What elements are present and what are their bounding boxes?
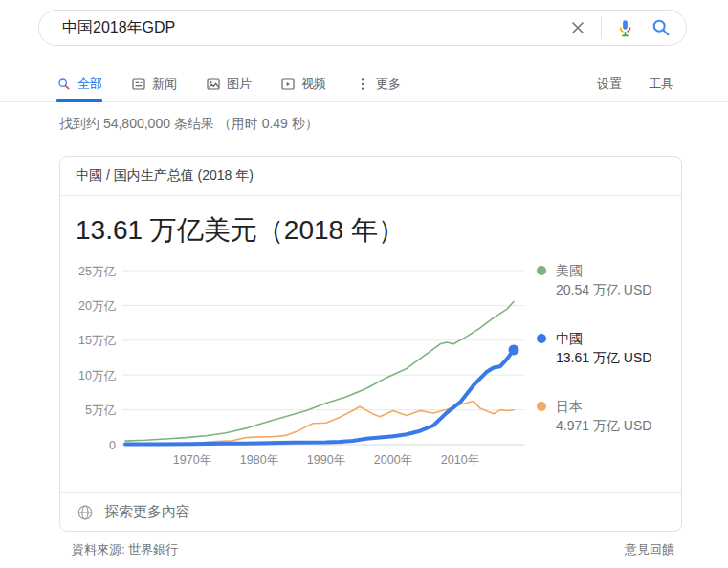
search-icon[interactable] [650, 16, 673, 39]
legend-series-name: 日本 [556, 397, 651, 416]
clear-icon[interactable] [566, 16, 589, 39]
tab-more-label: 更多 [376, 76, 401, 93]
legend-dot-icon [537, 266, 546, 275]
svg-text:25万亿: 25万亿 [78, 265, 116, 278]
tab-videos[interactable]: 视频 [280, 67, 326, 101]
tab-news[interactable]: 新闻 [131, 67, 177, 101]
svg-text:0: 0 [109, 439, 116, 452]
images-icon [206, 76, 221, 92]
legend-dot-icon [537, 334, 546, 343]
results-tabs-bar: 全部 新闻 图片 视频 [0, 67, 728, 102]
explore-more-label: 探索更多內容 [104, 503, 190, 521]
search-input[interactable] [62, 19, 566, 36]
microphone-icon[interactable] [613, 16, 636, 39]
legend-series-name: 美國 [556, 261, 651, 280]
chart-row: 05万亿10万亿15万亿20万亿25万亿1970年1980年1990年2000年… [60, 257, 681, 475]
knowledge-card: 中國 / 国内生产总值 (2018 年) 13.61 万亿美元（2018 年） … [59, 156, 682, 532]
result-stats: 找到约 54,800,000 条结果 （用时 0.49 秒） [59, 116, 319, 133]
tab-all-label: 全部 [77, 76, 102, 93]
globe-icon [76, 503, 95, 522]
search-bar[interactable] [38, 10, 687, 46]
data-source-label: 資料來源: 世界銀行 [72, 541, 178, 558]
explore-more-link[interactable]: 探索更多內容 [60, 492, 681, 531]
legend-item[interactable]: 中國13.61 万亿 USD [537, 329, 673, 367]
tab-videos-label: 视频 [301, 76, 326, 93]
svg-text:1980年: 1980年 [240, 453, 278, 467]
breadcrumb: 中國 / 国内生产总值 (2018 年) [60, 157, 681, 196]
legend-series-value: 4.971 万亿 USD [556, 416, 651, 435]
legend-series-value: 20.54 万亿 USD [556, 280, 651, 299]
chart-legend: 美國20.54 万亿 USD中國13.61 万亿 USD日本4.971 万亿 U… [537, 257, 673, 475]
tab-news-label: 新闻 [152, 76, 177, 93]
legend-item[interactable]: 美國20.54 万亿 USD [537, 261, 673, 299]
legend-series-value: 13.61 万亿 USD [556, 348, 651, 367]
svg-text:2000年: 2000年 [374, 453, 412, 467]
settings-button[interactable]: 设置 [597, 76, 622, 93]
gdp-value-title: 13.61 万亿美元（2018 年） [76, 213, 666, 248]
more-dots-icon [355, 76, 370, 92]
tab-images[interactable]: 图片 [206, 67, 252, 101]
tab-more[interactable]: 更多 [355, 67, 401, 101]
svg-text:2010年: 2010年 [441, 453, 479, 467]
gdp-chart[interactable]: 05万亿10万亿15万亿20万亿25万亿1970年1980年1990年2000年… [68, 257, 537, 475]
legend-dot-icon [537, 402, 546, 411]
videos-icon [280, 76, 296, 92]
svg-text:5万亿: 5万亿 [85, 404, 116, 417]
svg-text:20万亿: 20万亿 [78, 299, 116, 313]
svg-text:10万亿: 10万亿 [78, 369, 116, 382]
news-icon [131, 76, 146, 92]
searchbar-divider [601, 16, 602, 39]
card-footer: 資料來源: 世界銀行 意見回饋 [72, 541, 674, 558]
tab-images-label: 图片 [227, 76, 252, 93]
tabs-left-group: 全部 新闻 图片 视频 [56, 67, 570, 101]
tools-button[interactable]: 工具 [649, 76, 673, 93]
svg-text:1990年: 1990年 [307, 453, 345, 467]
tabs-right-group: 设置 工具 [570, 67, 673, 101]
legend-item[interactable]: 日本4.971 万亿 USD [537, 397, 673, 435]
svg-text:1970年: 1970年 [173, 453, 211, 467]
feedback-link[interactable]: 意見回饋 [625, 541, 674, 558]
legend-series-name: 中國 [556, 329, 651, 348]
all-search-icon [56, 76, 72, 92]
tab-all[interactable]: 全部 [56, 67, 102, 101]
svg-text:15万亿: 15万亿 [78, 334, 116, 347]
